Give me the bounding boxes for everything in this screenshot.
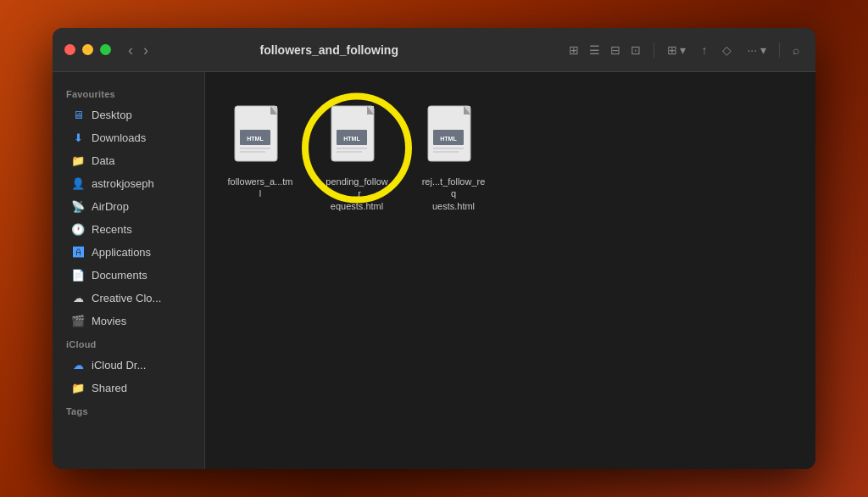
back-button[interactable]: ‹ <box>125 41 136 59</box>
sidebar-item-label: Documents <box>92 269 147 282</box>
sidebar-item-astrokjoseph[interactable]: 👤 astrokjoseph <box>58 172 199 194</box>
movies-icon: 🎬 <box>71 314 85 327</box>
html-file-icon-1: HTML <box>233 104 288 170</box>
sidebar-item-label: Creative Clo... <box>92 292 161 304</box>
sidebar-item-label: iCloud Dr... <box>92 359 146 371</box>
sidebar-item-desktop[interactable]: 🖥 Desktop <box>58 103 199 126</box>
view-buttons: ⊞ ☰ ⊟ ⊡ <box>565 41 645 59</box>
titlebar: ‹ › followers_and_following ⊞ ☰ ⊟ ⊡ ⊞ ▾ … <box>53 28 815 72</box>
search-button[interactable]: ⌕ <box>788 41 804 59</box>
desktop-icon: 🖥 <box>71 108 85 121</box>
close-button[interactable] <box>64 44 75 55</box>
html-file-icon-3: HTML <box>426 104 481 170</box>
file-item-1[interactable]: HTML followers_a...tml <box>222 98 298 205</box>
sidebar-item-movies[interactable]: 🎬 Movies <box>58 310 199 332</box>
file-item-3[interactable]: HTML rej...t_follow_requests.html <box>415 98 492 217</box>
svg-text:HTML: HTML <box>343 136 360 142</box>
view-column-button[interactable]: ⊟ <box>606 41 625 59</box>
html-file-icon-2: HTML <box>330 104 385 170</box>
share-button[interactable]: ↑ <box>697 41 711 59</box>
file-icon-wrapper-1: HTML <box>231 103 290 172</box>
downloads-icon: ⬇ <box>71 131 85 144</box>
sidebar-item-downloads[interactable]: ⬇ Downloads <box>58 126 199 148</box>
file-label-2: pending_follow_requests.html <box>324 176 390 212</box>
sidebar-item-icloud-drive[interactable]: ☁ iCloud Dr... <box>58 354 199 376</box>
creative-cloud-icon: ☁ <box>71 291 85 304</box>
sidebar-item-label: Desktop <box>92 109 132 121</box>
sidebar-item-label: Shared <box>92 382 127 394</box>
favourites-label: Favourites <box>53 82 204 103</box>
file-icon-wrapper-2: HTML <box>327 103 387 172</box>
svg-text:HTML: HTML <box>440 136 457 142</box>
airdrop-icon: 📡 <box>71 199 85 213</box>
content-area: Favourites 🖥 Desktop ⬇ Downloads 📁 Data … <box>53 72 815 469</box>
user-icon: 👤 <box>71 176 85 190</box>
documents-icon: 📄 <box>71 268 85 282</box>
view-gallery-button[interactable]: ⊡ <box>626 41 645 59</box>
sidebar-item-label: AirDrop <box>92 200 129 213</box>
more-button[interactable]: ··· ▾ <box>743 41 771 59</box>
tag-button[interactable]: ◇ <box>718 41 736 59</box>
view-list-button[interactable]: ☰ <box>585 41 604 59</box>
view-icon-button[interactable]: ⊞ <box>565 41 583 59</box>
clock-icon: 🕐 <box>71 222 85 236</box>
svg-text:HTML: HTML <box>247 136 264 142</box>
main-content: HTML followers_a...tml <box>205 72 815 469</box>
applications-icon: 🅰 <box>71 245 85 259</box>
toolbar-separator <box>654 42 654 58</box>
sidebar-item-applications[interactable]: 🅰 Applications <box>58 241 199 263</box>
files-grid: HTML followers_a...tml <box>222 89 798 217</box>
sidebar-item-airdrop[interactable]: 📡 AirDrop <box>58 195 199 217</box>
tags-label: Tags <box>53 399 204 420</box>
maximize-button[interactable] <box>100 44 111 55</box>
file-label-1: followers_a...tml <box>227 176 293 200</box>
sidebar-item-shared[interactable]: 📁 Shared <box>58 377 199 399</box>
shared-icon: 📁 <box>71 381 85 394</box>
sidebar-item-label: astrokjoseph <box>92 177 154 190</box>
sidebar-item-label: Data <box>92 154 114 167</box>
sidebar-item-documents[interactable]: 📄 Documents <box>58 264 199 286</box>
sidebar-item-label: Downloads <box>92 131 146 144</box>
sidebar-item-label: Applications <box>92 246 151 259</box>
window-title: followers_and_following <box>162 43 497 57</box>
sidebar-item-recents[interactable]: 🕐 Recents <box>58 218 199 240</box>
sidebar-item-data[interactable]: 📁 Data <box>58 149 199 171</box>
minimize-button[interactable] <box>82 44 93 55</box>
finder-window: ‹ › followers_and_following ⊞ ☰ ⊟ ⊡ ⊞ ▾ … <box>53 28 815 469</box>
view-group-button[interactable]: ⊞ ▾ <box>663 41 691 59</box>
icloud-label: iCloud <box>53 332 204 353</box>
sidebar-item-label: Recents <box>92 223 132 236</box>
file-icon-wrapper-3: HTML <box>424 103 483 172</box>
sidebar: Favourites 🖥 Desktop ⬇ Downloads 📁 Data … <box>53 72 205 469</box>
sidebar-item-label: Movies <box>92 315 126 327</box>
forward-button[interactable]: › <box>140 41 152 59</box>
traffic-lights <box>64 44 111 55</box>
file-label-3: rej...t_follow_requests.html <box>420 176 487 212</box>
nav-buttons: ‹ › <box>125 41 152 59</box>
toolbar-separator-2 <box>779 42 780 58</box>
folder-icon: 📁 <box>71 154 85 167</box>
file-item-2[interactable]: HTML pending_follow_requests.html <box>319 98 395 217</box>
toolbar-right: ⊞ ☰ ⊟ ⊡ ⊞ ▾ ↑ ◇ ··· ▾ ⌕ <box>565 41 804 59</box>
icloud-drive-icon: ☁ <box>71 358 85 371</box>
sidebar-item-creative-cloud[interactable]: ☁ Creative Clo... <box>58 287 199 309</box>
